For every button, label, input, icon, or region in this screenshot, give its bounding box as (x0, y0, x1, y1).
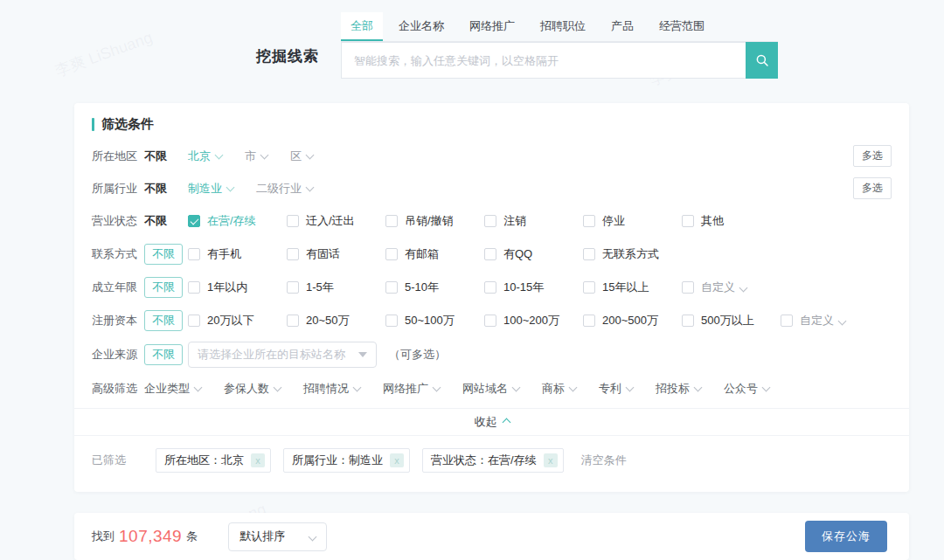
checkbox[interactable] (385, 315, 398, 327)
advanced-filter-dropdown[interactable]: 参保人数 (224, 381, 281, 397)
checkbox[interactable] (385, 215, 398, 227)
filter-panel: 筛选条件 所在地区 不限 北京 市 区 多选 所属行业 不限 制造业 二级行业 … (74, 103, 909, 492)
search-tab[interactable]: 产品 (601, 12, 643, 41)
checkbox[interactable] (484, 215, 496, 227)
checkbox-option[interactable]: 1-5年 (287, 280, 385, 295)
checkbox-option[interactable]: 其他 (682, 213, 781, 229)
checkbox[interactable] (484, 248, 496, 260)
checkbox[interactable] (484, 315, 496, 327)
search-tab[interactable]: 网络推广 (460, 12, 524, 41)
checkbox-option[interactable]: 停业 (583, 213, 682, 229)
checkbox[interactable] (583, 215, 595, 227)
checkbox-option[interactable]: 注销 (484, 213, 583, 229)
clear-filters-link[interactable]: 清空条件 (581, 453, 627, 468)
chevron-down-icon (306, 150, 315, 159)
checkbox[interactable] (583, 281, 595, 294)
checkbox[interactable] (287, 281, 299, 294)
checkbox-option[interactable]: 在营/存续 (188, 213, 287, 229)
advanced-filter-dropdown[interactable]: 公众号 (724, 381, 769, 397)
advanced-filter-dropdown[interactable]: 网站域名 (462, 381, 519, 397)
chevron-down-icon (353, 383, 362, 391)
region-multi-select-button[interactable]: 多选 (853, 145, 892, 167)
unlimited-option[interactable]: 不限 (144, 214, 167, 227)
checkbox[interactable] (583, 315, 595, 327)
checkbox[interactable] (583, 248, 595, 260)
checkbox[interactable] (682, 315, 694, 327)
row-label: 高级筛选 (92, 381, 144, 397)
checkbox-option[interactable]: 有QQ (484, 246, 583, 262)
row-label: 联系方式 (92, 246, 144, 262)
region-dropdown[interactable]: 区 (290, 149, 313, 164)
checkbox[interactable] (682, 215, 694, 227)
checkbox-option[interactable]: 5-10年 (385, 280, 484, 295)
search-tab[interactable]: 全部 (341, 12, 383, 41)
unlimited-option[interactable]: 不限 (144, 344, 183, 365)
industry-dropdown[interactable]: 二级行业 (256, 181, 313, 197)
chevron-down-icon (838, 316, 847, 325)
advanced-filter-dropdown[interactable]: 企业类型 (144, 381, 201, 397)
checkbox-option[interactable]: 无联系方式 (583, 246, 682, 262)
checkbox[interactable] (287, 215, 299, 227)
unlimited-option[interactable]: 不限 (144, 149, 167, 162)
checkbox-option[interactable]: 10-15年 (484, 280, 583, 295)
checkbox-option[interactable]: 自定义 (781, 313, 879, 328)
source-site-select[interactable]: 请选择企业所在的目标站名称 (188, 342, 377, 368)
advanced-filter-dropdown[interactable]: 商标 (542, 381, 576, 397)
checkbox-option[interactable]: 有手机 (188, 246, 287, 262)
checkbox-option[interactable]: 500万以上 (682, 313, 781, 328)
checkbox-option[interactable]: 迁入/迁出 (287, 213, 385, 229)
checkbox[interactable] (781, 315, 793, 327)
advanced-filter-dropdown[interactable]: 招投标 (656, 381, 701, 397)
checkbox[interactable] (682, 281, 694, 294)
checkbox-option[interactable]: 20万以下 (188, 313, 287, 328)
checkbox[interactable] (188, 281, 200, 294)
row-label: 营业状态 (92, 213, 144, 229)
filter-row-status: 营业状态 不限 在营/存续 迁入/迁出 吊销/撤销 (92, 204, 892, 238)
unlimited-option[interactable]: 不限 (144, 244, 183, 265)
chevron-down-icon (569, 383, 578, 391)
industry-multi-select-button[interactable]: 多选 (853, 177, 892, 199)
region-dropdown[interactable]: 市 (245, 149, 267, 164)
filter-row-industry: 所属行业 不限 制造业 二级行业 多选 (92, 172, 892, 204)
region-dropdown[interactable]: 北京 (188, 149, 222, 164)
checkbox[interactable] (287, 315, 299, 327)
search-tab[interactable]: 企业名称 (389, 12, 454, 41)
save-to-pool-button[interactable]: 保存公海 (805, 521, 887, 552)
checkbox[interactable] (188, 315, 200, 327)
remove-tag-icon[interactable]: x (251, 453, 265, 467)
advanced-filter-dropdown[interactable]: 招聘情况 (303, 381, 360, 397)
search-input[interactable] (341, 42, 746, 79)
row-label: 已筛选 (92, 453, 144, 468)
contact-options: 有手机 有固话 有邮箱 有QQ (188, 246, 682, 262)
checkbox-option[interactable]: 100~200万 (484, 313, 583, 328)
checkbox-option[interactable]: 50~100万 (385, 313, 484, 328)
search-button[interactable] (746, 42, 778, 79)
advanced-filter-dropdown[interactable]: 专利 (599, 381, 633, 397)
collapse-toggle[interactable]: 收起 (74, 408, 909, 436)
advanced-filter-dropdown[interactable]: 网络推广 (383, 381, 440, 397)
filter-row-region: 所在地区 不限 北京 市 区 多选 (92, 140, 892, 172)
industry-dropdown[interactable]: 制造业 (188, 181, 233, 197)
unlimited-option[interactable]: 不限 (144, 277, 183, 298)
checkbox-option[interactable]: 15年以上 (583, 280, 682, 295)
search-tab[interactable]: 招聘职位 (531, 12, 595, 41)
remove-tag-icon[interactable]: x (544, 453, 558, 467)
sort-select[interactable]: 默认排序 (228, 522, 327, 551)
checkbox[interactable] (188, 248, 200, 260)
checkbox-option[interactable]: 有邮箱 (385, 246, 484, 262)
checkbox-option[interactable]: 20~50万 (287, 313, 385, 328)
checkbox-option[interactable]: 吊销/撤销 (385, 213, 484, 229)
checkbox[interactable] (385, 281, 398, 294)
checkbox[interactable] (484, 281, 496, 294)
checkbox[interactable] (287, 248, 299, 260)
remove-tag-icon[interactable]: x (390, 453, 404, 467)
checkbox[interactable] (188, 215, 200, 227)
checkbox[interactable] (385, 248, 398, 260)
search-tab[interactable]: 经营范围 (649, 12, 714, 41)
unlimited-option[interactable]: 不限 (144, 310, 183, 331)
checkbox-option[interactable]: 200~500万 (583, 313, 682, 328)
checkbox-option[interactable]: 1年以内 (188, 280, 287, 295)
checkbox-option[interactable]: 自定义 (682, 280, 781, 295)
unlimited-option[interactable]: 不限 (144, 182, 167, 195)
checkbox-option[interactable]: 有固话 (287, 246, 385, 262)
